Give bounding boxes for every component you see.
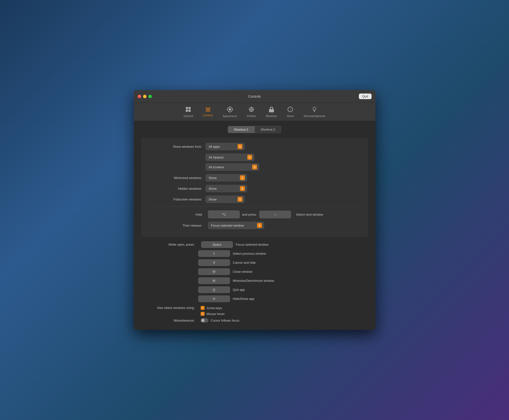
toolbar-label-policies: Policies — [247, 115, 256, 117]
svg-rect-1 — [188, 107, 191, 109]
while-open-row-2: ↺ Cancel and hide — [198, 259, 368, 266]
shortcut-key-4[interactable]: M — [198, 277, 230, 284]
then-release-arrow: ⇅ — [257, 223, 262, 228]
hidden-value: Show — [209, 187, 238, 190]
hidden-arrow: ⇅ — [240, 186, 245, 191]
minimized-value: Show — [209, 176, 238, 180]
spaces-arrow: ⇅ — [247, 155, 252, 160]
close-button[interactable] — [138, 95, 141, 98]
minimized-row: Minimized windows: Show ⇅ — [148, 174, 361, 181]
hidden-row: Hidden windows: Show ⇅ — [148, 185, 361, 192]
spaces-dropdown[interactable]: All Spaces ⇅ — [206, 154, 254, 161]
then-release-dropdown[interactable]: Focus selected window ⇅ — [208, 222, 264, 229]
mouse-hover-checkbox[interactable]: ✓ — [201, 312, 205, 316]
svg-rect-11 — [314, 111, 315, 111]
shortcut-key-2[interactable]: ↺ — [198, 259, 230, 266]
while-open-section: While open, press: Space Focus selected … — [141, 241, 368, 323]
main-content: Shortcut 1 Shortcut 2 Show windows from:… — [134, 121, 375, 330]
cursor-follows-toggle[interactable] — [201, 318, 208, 323]
appearance-icon — [227, 106, 233, 114]
toolbar-label-acknowledgments: Acknowledgments — [304, 115, 325, 117]
minimized-arrow: ⇅ — [240, 175, 245, 180]
maximize-button[interactable] — [148, 95, 152, 98]
also-select-label: Also select windows using: — [141, 306, 195, 310]
tab-shortcut1[interactable]: Shortcut 1 — [228, 126, 254, 133]
hold-row: Hold ⌥ and press: → Select next window — [148, 210, 361, 218]
acknowledgments-icon — [311, 106, 318, 114]
misc-label: Miscellaneous: — [141, 319, 195, 322]
screens-dropdown[interactable]: All screens ⇅ — [206, 163, 259, 171]
hold-label: Hold — [148, 213, 202, 216]
fullscreen-dropdown[interactable]: Show ⇅ — [206, 196, 245, 203]
arrow-keys-checkbox[interactable]: ✓ — [201, 306, 205, 310]
and-press-label: and press: — [242, 213, 257, 216]
traffic-lights — [138, 95, 152, 98]
shortcut-action-6: Hide/Show app — [233, 297, 254, 301]
window-title: Controls — [248, 94, 261, 98]
toolbar-label-general: General — [184, 115, 193, 117]
then-release-label: Then release: — [148, 224, 202, 227]
toolbar-item-general[interactable]: General — [179, 105, 198, 119]
blacklists-icon — [268, 106, 275, 114]
tab-shortcut2[interactable]: Shortcut 2 — [255, 126, 281, 133]
minimized-dropdown[interactable]: Show ⇅ — [206, 174, 247, 181]
toolbar-item-about[interactable]: i About — [282, 105, 299, 119]
shortcut-action-4: Minimize/Deminimize window — [233, 279, 274, 283]
svg-rect-3 — [188, 110, 191, 112]
toolbar-item-blacklists[interactable]: Blacklists — [261, 105, 282, 119]
toolbar-item-appearance[interactable]: Appearance — [218, 105, 242, 119]
svg-point-5 — [229, 108, 231, 111]
show-windows-label: Show windows from: — [148, 145, 202, 148]
hidden-dropdown[interactable]: Show ⇅ — [206, 185, 247, 192]
while-open-label: While open, press: — [141, 243, 195, 246]
show-windows-row: Show windows from: All apps ⇅ — [148, 143, 361, 150]
toolbar-label-blacklists: Blacklists — [266, 115, 277, 117]
policies-icon — [248, 106, 255, 114]
fullscreen-label: Fullscreen windows: — [148, 198, 202, 201]
svg-rect-0 — [186, 107, 188, 109]
shortcut-key-1[interactable]: ⇧ — [198, 250, 230, 257]
show-windows-arrow: ⇅ — [238, 144, 242, 149]
while-open-row-5: Q Quit app — [198, 286, 368, 293]
app-window: Controls Quit General ⌘ Controls — [134, 90, 375, 330]
toolbar: General ⌘ Controls Appearance — [134, 103, 375, 121]
controls-icon: ⌘ — [205, 107, 211, 113]
screens-arrow: ⇅ — [252, 165, 257, 169]
about-icon: i — [287, 106, 293, 114]
select-next-label: Select next window — [296, 213, 323, 216]
shortcut-action-3: Close window — [233, 270, 252, 273]
shortcut-key-5[interactable]: Q — [198, 286, 230, 293]
shortcut-action-2: Cancel and hide — [233, 261, 256, 264]
shortcut-key-space[interactable]: Space — [201, 241, 233, 248]
toolbar-label-about: About — [287, 115, 294, 117]
mouse-hover-item: ✓ Mouse hover — [201, 312, 225, 316]
svg-text:i: i — [290, 108, 291, 111]
toolbar-label-controls: Controls — [203, 114, 213, 117]
fullscreen-arrow: ⇅ — [238, 197, 242, 202]
show-windows-dropdown[interactable]: All apps ⇅ — [206, 143, 245, 150]
general-icon — [185, 106, 191, 114]
minimize-button[interactable] — [143, 95, 146, 98]
toolbar-item-policies[interactable]: Policies — [242, 105, 261, 119]
then-release-value: Focus selected window — [211, 224, 255, 227]
svg-rect-12 — [314, 111, 315, 112]
toolbar-item-controls[interactable]: ⌘ Controls — [198, 105, 218, 118]
show-windows-value: All apps — [209, 145, 236, 148]
screens-value: All screens — [209, 165, 250, 169]
shortcut-key-3[interactable]: W — [198, 268, 230, 275]
press-key-button[interactable]: → — [259, 211, 291, 218]
quit-button[interactable]: Quit — [359, 94, 372, 99]
minimized-label: Minimized windows: — [148, 176, 202, 180]
shortcut-action-1: Select previous window — [233, 252, 266, 255]
while-open-row-1: ⇧ Select previous window — [198, 250, 368, 257]
toolbar-item-acknowledgments[interactable]: Acknowledgments — [299, 105, 330, 119]
titlebar: Controls Quit — [134, 90, 375, 103]
arrow-keys-label: Arrow keys — [207, 306, 222, 310]
fullscreen-value: Show — [209, 198, 236, 201]
arrow-keys-item: ✓ Arrow keys — [201, 306, 225, 310]
svg-rect-2 — [186, 110, 188, 112]
tab-bar: Shortcut 1 Shortcut 2 — [141, 126, 368, 133]
hold-key-button[interactable]: ⌥ — [208, 210, 240, 218]
shortcut-key-6[interactable]: H — [198, 295, 230, 302]
while-open-row-6: H Hide/Show app — [198, 295, 368, 302]
